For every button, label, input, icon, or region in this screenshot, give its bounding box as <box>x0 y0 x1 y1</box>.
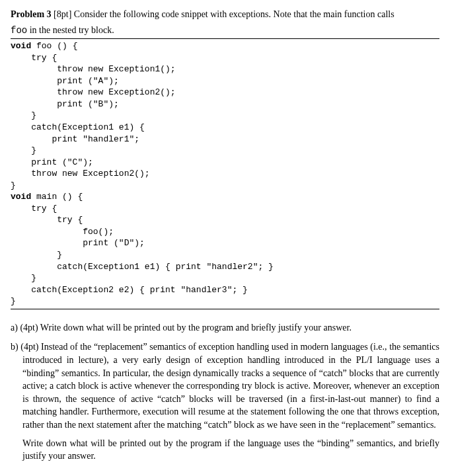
question-b-points: (4pt) <box>20 342 38 352</box>
keyword-void-1: void <box>11 41 31 51</box>
problem-title: Problem 3 <box>11 9 52 19</box>
intro-line2-rest: in the nested try block. <box>27 25 114 35</box>
divider-bottom <box>11 309 439 309</box>
problem-intro-line2: foo in the nested try block. <box>11 24 439 38</box>
code-line-23: } <box>11 296 16 306</box>
question-a-text: Write down what will be printed out by t… <box>40 323 352 333</box>
code-line-5: throw new Exception2(); <box>11 87 176 97</box>
code-line-14: main () { <box>31 192 83 202</box>
code-line-11: print ("C"); <box>11 157 93 167</box>
code-line-4: print ("A"); <box>11 76 119 86</box>
question-b-text: Instead of the “replacement” semantics o… <box>22 342 439 430</box>
problem-header: Problem 3 [8pt] Consider the following c… <box>11 8 439 21</box>
question-b-main: b) (4pt) Instead of the “replacement” se… <box>22 340 439 431</box>
code-line-8: catch(Exception1 e1) { <box>11 122 145 132</box>
problem-points: [8pt] <box>54 9 71 19</box>
question-a: a) (4pt) Write down what will be printed… <box>22 321 439 335</box>
code-line-12: throw new Exception2(); <box>11 169 150 178</box>
code-line-16: try { <box>11 215 83 225</box>
question-section: a) (4pt) Write down what will be printed… <box>11 321 439 463</box>
divider-top <box>11 38 439 39</box>
code-line-15: try { <box>11 204 57 214</box>
question-a-points: (4pt) <box>20 323 38 333</box>
code-block: void foo () { try { throw new Exception1… <box>11 40 439 307</box>
code-line-19: } <box>11 250 62 260</box>
code-line-3: throw new Exception1(); <box>11 64 176 74</box>
code-line-2: try { <box>11 53 57 63</box>
code-line-1: foo () { <box>31 41 77 51</box>
problem-intro: Consider the following code snippet with… <box>74 9 394 19</box>
code-line-17: foo(); <box>11 227 114 237</box>
code-line-22: catch(Exception2 e2) { print "handler3";… <box>11 285 248 295</box>
code-line-10: } <box>11 145 36 155</box>
code-line-9: print "handler1"; <box>11 134 139 144</box>
keyword-void-2: void <box>11 192 31 202</box>
code-line-13: } <box>11 180 16 190</box>
code-line-21: } <box>11 273 36 283</box>
code-line-18: print ("D"); <box>11 238 145 248</box>
foo-code-ref: foo <box>11 25 27 36</box>
question-b-label: b) <box>11 342 19 352</box>
code-line-20: catch(Exception1 e1) { print "handler2";… <box>11 262 274 272</box>
question-b: b) (4pt) Instead of the “replacement” se… <box>11 340 439 462</box>
code-line-6: print ("B"); <box>11 99 119 109</box>
question-a-label: a) <box>11 323 18 333</box>
code-line-7: } <box>11 110 36 120</box>
question-b-followup: Write down what will be printed out by t… <box>22 437 439 463</box>
